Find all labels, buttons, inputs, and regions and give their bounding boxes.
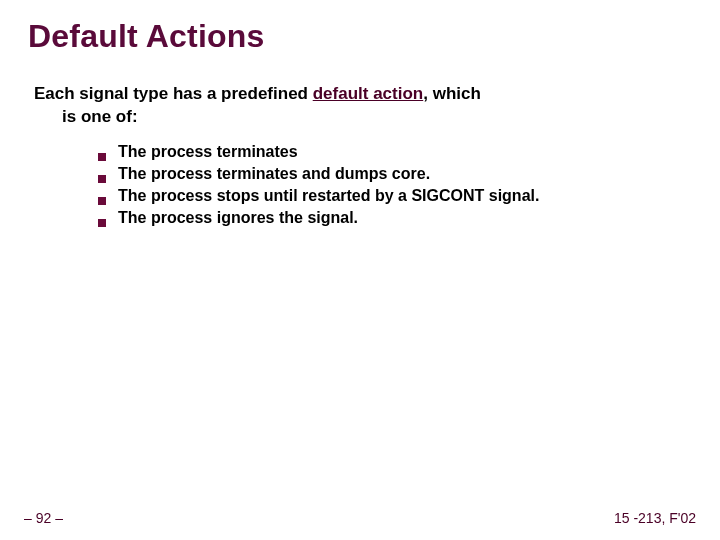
slide-title: Default Actions xyxy=(28,18,692,55)
bullet-text: The process terminates xyxy=(118,143,298,161)
list-item: The process terminates and dumps core. xyxy=(98,165,692,183)
bullet-text: The process ignores the signal. xyxy=(118,209,358,227)
intro-after: , which xyxy=(423,84,481,103)
bullet-text: The process stops until restarted by a S… xyxy=(118,187,539,205)
intro-highlight: default action xyxy=(313,84,424,103)
bullet-icon xyxy=(98,153,106,161)
list-item: The process terminates xyxy=(98,143,692,161)
list-item: The process ignores the signal. xyxy=(98,209,692,227)
list-item: The process stops until restarted by a S… xyxy=(98,187,692,205)
intro-before: Each signal type has a predefined xyxy=(34,84,313,103)
intro-line2: is one of: xyxy=(34,106,692,129)
bullet-icon xyxy=(98,197,106,205)
footer-course-info: 15 -213, F'02 xyxy=(614,510,696,526)
slide-container: Default Actions Each signal type has a p… xyxy=(0,0,720,540)
bullet-text: The process terminates and dumps core. xyxy=(118,165,430,183)
bullet-list: The process terminates The process termi… xyxy=(28,143,692,227)
footer-page-number: – 92 – xyxy=(24,510,63,526)
intro-text: Each signal type has a predefined defaul… xyxy=(28,83,692,129)
bullet-icon xyxy=(98,219,106,227)
bullet-icon xyxy=(98,175,106,183)
